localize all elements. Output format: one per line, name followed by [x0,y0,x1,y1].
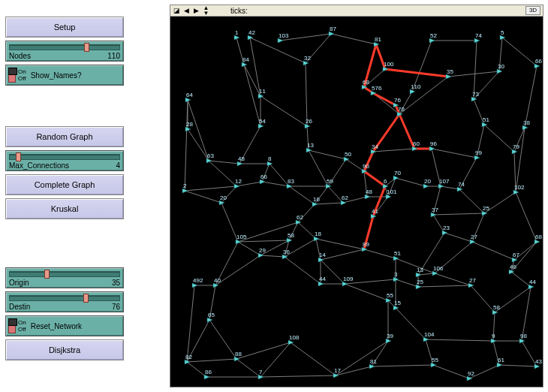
svg-line-30 [188,129,209,161]
origin-slider[interactable]: Origin 35 [5,267,124,288]
svg-text:73: 73 [472,91,479,98]
step-back-icon[interactable]: ◀ [182,7,191,15]
svg-text:38: 38 [523,119,530,126]
svg-text:78: 78 [398,106,405,113]
svg-text:81: 81 [370,358,377,365]
slider-thumb[interactable] [44,270,50,279]
svg-line-141 [372,365,433,366]
svg-text:50: 50 [345,151,351,158]
svg-line-23 [188,100,209,161]
svg-text:99: 99 [475,149,482,156]
nodes-slider[interactable]: Nodes 110 [5,41,124,62]
speed-icon[interactable]: ◪ [173,7,181,15]
svg-line-110 [511,272,531,287]
svg-text:43: 43 [535,358,542,365]
svg-line-58 [262,182,289,186]
complete-graph-button[interactable]: Complete Graph [5,174,124,195]
world-canvas[interactable]: 1421038781527458432100353066641168576110… [170,17,543,387]
switch-lever[interactable] [8,68,16,83]
svg-text:27: 27 [471,234,477,240]
svg-line-67 [396,178,426,186]
svg-text:32: 32 [304,55,311,62]
svg-text:25: 25 [417,279,423,285]
svg-line-71 [459,189,484,213]
svg-line-55 [185,186,236,191]
svg-text:64: 64 [186,92,193,98]
show-names-switch[interactable]: OnOff Show_Names? [5,65,124,86]
svg-text:104: 104 [424,331,435,338]
svg-line-12 [502,38,537,66]
svg-line-13 [244,65,260,96]
svg-text:82: 82 [185,354,192,360]
svg-text:65: 65 [208,312,215,318]
svg-text:48: 48 [238,155,245,162]
switch-lever[interactable] [8,318,16,333]
svg-line-123 [209,320,236,359]
setup-button[interactable]: Setup [5,17,124,38]
svg-text:98: 98 [520,333,527,339]
svg-line-87 [238,242,260,255]
slider-track [9,271,120,277]
svg-text:2: 2 [183,182,187,189]
slider-thumb[interactable] [84,43,89,52]
svg-text:30: 30 [498,63,504,70]
svg-line-94 [444,233,472,242]
3d-button[interactable]: 3D [525,6,540,15]
kruskal-button[interactable]: Kruskal [5,198,124,219]
svg-line-130 [336,341,388,375]
dijkstra-button[interactable]: Disjkstra [5,339,124,360]
svg-text:79: 79 [513,143,519,150]
svg-text:20: 20 [220,194,227,201]
svg-line-37 [484,125,514,152]
updown-icon[interactable]: ▲▼ [202,7,210,15]
svg-text:28: 28 [186,121,193,128]
svg-line-125 [396,308,426,339]
slider-label: Origin [9,279,29,287]
svg-text:74: 74 [458,181,465,188]
svg-line-15 [306,63,307,126]
random-graph-button[interactable]: Random Graph [5,126,124,147]
svg-line-56 [185,191,221,203]
svg-text:16: 16 [313,196,320,203]
svg-text:54: 54 [259,118,266,125]
svg-line-75 [221,203,238,242]
svg-line-77 [315,203,343,204]
svg-text:42: 42 [248,29,255,36]
svg-line-25 [260,96,307,126]
svg-line-85 [433,213,484,215]
svg-text:102: 102 [514,184,525,191]
view-header: ◪ ◀ ▶ ▲▼ ticks: 3D [170,5,543,17]
svg-text:14: 14 [319,252,326,258]
svg-line-144 [499,365,537,366]
svg-text:9: 9 [492,333,495,339]
svg-text:58: 58 [288,232,294,239]
slider-thumb[interactable] [16,152,21,161]
svg-line-133 [426,339,493,341]
svg-text:100: 100 [384,61,394,68]
max-connections-slider[interactable]: Max_Connections 4 [5,150,124,171]
svg-text:29: 29 [259,247,266,254]
slider-value: 110 [107,52,120,60]
svg-line-148 [185,100,188,191]
svg-line-70 [441,186,459,189]
svg-text:36: 36 [283,249,290,255]
destin-slider[interactable]: Destin 76 [5,291,124,312]
svg-line-96 [472,242,514,260]
step-fwd-icon[interactable]: ▶ [192,7,200,15]
svg-line-168 [364,171,385,186]
slider-value: 4 [116,161,120,170]
svg-text:3: 3 [394,271,398,278]
svg-text:51: 51 [394,250,401,257]
svg-line-129 [291,342,336,375]
slider-thumb[interactable] [83,294,89,303]
svg-line-146 [260,375,336,377]
svg-text:109: 109 [343,276,354,282]
reset-network-switch[interactable]: OnOff Reset_Network [5,315,124,336]
svg-text:48: 48 [366,188,372,195]
svg-text:96: 96 [430,140,437,147]
ticks-label: ticks: [230,7,248,15]
svg-text:7: 7 [259,369,263,375]
svg-text:63: 63 [207,152,214,159]
svg-text:68: 68 [535,234,542,240]
switch-onoff-labels: OnOff [18,319,26,333]
